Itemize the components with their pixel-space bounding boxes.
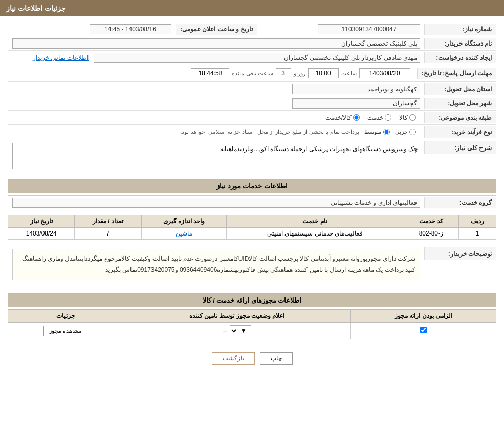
services-table-section: ردیف کد خدمت نام خدمت واحد اندازه گیری ت…: [8, 215, 496, 240]
province-value: [8, 82, 424, 96]
back-button[interactable]: بازگشت: [212, 352, 255, 365]
footer-buttons: چاپ بازگشت: [8, 345, 496, 372]
radio-motavasset-label: متوسط: [364, 129, 382, 135]
city-input[interactable]: [292, 98, 420, 109]
radio-kala-khedmat-label: کالا/خدمت: [325, 114, 352, 121]
table-cell: 7: [75, 228, 141, 240]
permissions-title: اطلاعات مجوزهای ارائه خدمت / کالا: [203, 296, 302, 304]
description-value: [8, 141, 424, 173]
col-unit: واحد اندازه گیری: [141, 215, 227, 228]
creator-input[interactable]: [94, 53, 420, 63]
service-section-header: اطلاعات خدمات مورد نیاز: [8, 179, 496, 193]
province-label: استان محل تحویل:: [424, 83, 496, 95]
print-button[interactable]: چاپ: [260, 352, 293, 365]
description-textarea[interactable]: [12, 143, 420, 169]
purchase-motavasset: متوسط: [364, 129, 390, 135]
response-time-input[interactable]: [308, 68, 339, 78]
table-row: 1ز-80-802فعالیت‌های خدماتی سیستمهای امنی…: [8, 228, 496, 240]
date-label: تاریخ و ساعت اعلان عمومی:: [176, 24, 257, 35]
radio-joz[interactable]: [409, 129, 416, 135]
table-cell: 1: [459, 228, 496, 240]
purchase-type-row: جزیی متوسط پرداخت تمام یا بخشی از مبلغ خ…: [12, 127, 420, 137]
permissions-row: ▼ -- مشاهده مجوز: [8, 323, 496, 339]
service-info-section: گروه خدمت:: [8, 195, 496, 210]
radio-motavasset[interactable]: [383, 129, 390, 135]
notes-section: توضیحات خریدار: شرکت دارای مجوزبوروانه م…: [8, 245, 496, 289]
permissions-header-row: الزامی بودن ارائه مجوز اعلام وضعیت مجوز …: [8, 310, 496, 323]
permission-status-cell: ▼ --: [123, 323, 351, 339]
page-title: جزئیات اطلاعات نیاز: [6, 4, 66, 12]
response-deadline-value: ساعت روز و ساعت باقی مانده: [8, 65, 417, 81]
radio-khedmat[interactable]: [385, 114, 391, 121]
col-details: جزئیات: [8, 310, 123, 323]
response-days-input[interactable]: [276, 68, 291, 78]
response-days-label: روز و: [294, 70, 305, 77]
row-buyer-name: نام دستگاه خریدار:: [8, 36, 496, 51]
service-group-value: [8, 196, 424, 209]
col-service-code: کد خدمت: [403, 215, 459, 228]
table-cell: فعالیت‌های خدماتی سیستمهای امنیتی: [227, 228, 403, 240]
category-kala: کالا: [399, 114, 416, 121]
city-label: شهر محل تحویل:: [424, 98, 496, 109]
services-table: ردیف کد خدمت نام خدمت واحد اندازه گیری ت…: [8, 215, 496, 240]
permission-required-checkbox[interactable]: [420, 327, 427, 333]
content-area: شماره نیاز: تاریخ و ساعت اعلان عمومی: نا…: [0, 16, 504, 377]
province-input[interactable]: [292, 84, 420, 94]
category-kala-khedmat: کالا/خدمت: [325, 114, 360, 121]
col-service-name: نام خدمت: [227, 215, 403, 228]
city-value: [8, 97, 424, 110]
col-status: اعلام وضعیت مجوز توسط نامین کننده: [123, 310, 351, 323]
radio-kala[interactable]: [409, 114, 416, 121]
row-province: استان محل تحویل:: [8, 82, 496, 96]
row-category: طبقه بندی موضوعی: کالا خدمت: [8, 111, 496, 125]
permission-details-cell: مشاهده مجوز: [8, 323, 123, 339]
page-container: جزئیات اطلاعات نیاز شماره نیاز: تاریخ و …: [0, 0, 504, 448]
timer-row: ساعت روز و ساعت باقی مانده: [12, 67, 413, 80]
radio-kala-label: کالا: [399, 114, 408, 121]
need-number-value: [257, 23, 425, 36]
service-title: اطلاعات خدمات مورد نیاز: [216, 182, 288, 190]
table-cell: ز-80-802: [403, 228, 459, 240]
radio-joz-label: جزیی: [395, 129, 408, 135]
permission-status-value: --: [223, 327, 227, 334]
row-notes: توضیحات خریدار: شرکت دارای مجوزبوروانه م…: [8, 245, 496, 289]
table-cell: ماشین: [141, 228, 227, 240]
need-number-label: شماره نیاز:: [424, 24, 496, 35]
col-need-date: تاریخ نیاز: [8, 215, 75, 228]
main-info-section: شماره نیاز: تاریخ و ساعت اعلان عمومی: نا…: [8, 22, 496, 175]
permission-status-select[interactable]: ▼: [230, 325, 251, 336]
row-response-deadline: مهلت ارسال پاسخ: تا تاریخ: ساعت روز و سا…: [8, 65, 496, 82]
services-table-header-row: ردیف کد خدمت نام خدمت واحد اندازه گیری ت…: [8, 215, 496, 228]
response-date-input[interactable]: [359, 68, 410, 78]
creator-value: اطلاعات تماس خریدار: [8, 51, 424, 65]
contact-link[interactable]: اطلاعات تماس خریدار: [33, 54, 89, 61]
row-city: شهر محل تحویل:: [8, 96, 496, 111]
buyer-name-input[interactable]: [12, 38, 420, 49]
permissions-section-header: اطلاعات مجوزهای ارائه خدمت / کالا: [8, 293, 496, 307]
radio-khedmat-label: خدمت: [367, 114, 383, 121]
permissions-table: الزامی بودن ارائه مجوز اعلام وضعیت مجوز …: [8, 309, 496, 339]
purchase-type-value: جزیی متوسط پرداخت تمام یا بخشی از مبلغ خ…: [8, 125, 424, 138]
radio-kala-khedmat[interactable]: [353, 114, 360, 121]
service-group-input[interactable]: [12, 198, 420, 208]
permissions-table-section: الزامی بودن ارائه مجوز اعلام وضعیت مجوز …: [8, 309, 496, 339]
response-time-label: ساعت: [341, 70, 357, 77]
creator-label: ایجاد کننده درخواست:: [424, 52, 496, 63]
date-value: [8, 23, 176, 36]
response-remaining-label: ساعت باقی مانده: [232, 70, 273, 77]
response-remaining-input[interactable]: [191, 68, 229, 78]
buyer-name-value: [8, 37, 424, 50]
category-label: طبقه بندی موضوعی:: [424, 112, 496, 123]
purchase-type-label: نوع فرآیند خرید:: [424, 126, 496, 138]
notes-label: توضیحات خریدار:: [424, 247, 496, 260]
col-required: الزامی بودن ارائه مجوز: [351, 310, 496, 323]
purchase-type-note: پرداخت تمام یا بخشی از مبلغ خریدار از مح…: [180, 129, 359, 135]
table-cell: 1403/08/24: [8, 228, 75, 240]
col-quantity: تعداد / مقدار: [75, 215, 141, 228]
row-purchase-type: نوع فرآیند خرید: جزیی متوسط پرداخت تمام …: [8, 125, 496, 139]
need-number-input[interactable]: [318, 24, 420, 34]
date-input[interactable]: [90, 24, 171, 34]
row-need-number: شماره نیاز: تاریخ و ساعت اعلان عمومی:: [8, 22, 496, 36]
col-row-num: ردیف: [459, 215, 496, 228]
view-permission-button[interactable]: مشاهده مجوز: [43, 326, 87, 336]
